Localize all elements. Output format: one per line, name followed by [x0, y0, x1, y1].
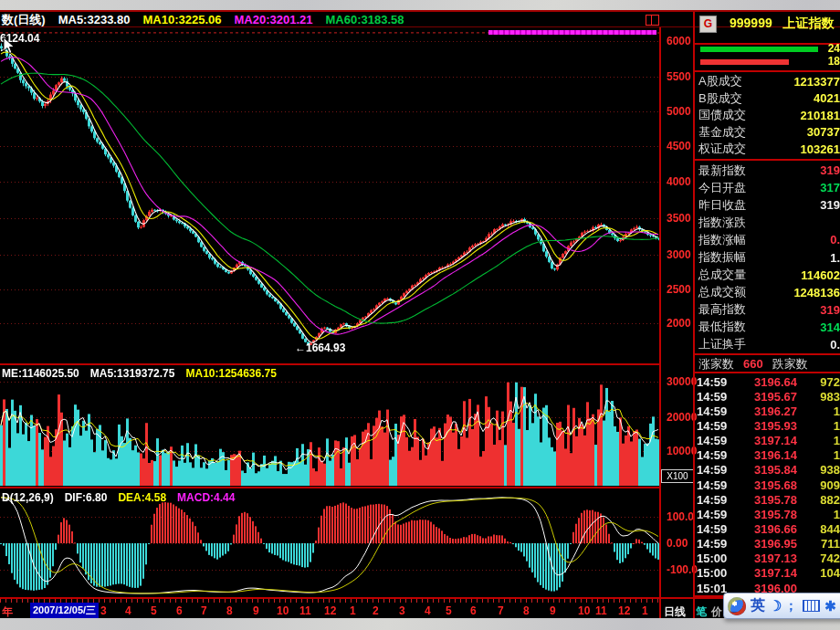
volume-panel-header: ME:1146025.50MA5:1319372.75MA10:1254636.…: [2, 367, 288, 380]
period-button[interactable]: 日线: [664, 604, 686, 618]
ime-fullhalf-moon-icon[interactable]: ☽: [769, 597, 782, 614]
turnover-label: B股成交: [698, 90, 742, 107]
ime-punctuation-button[interactable]: ；: [784, 598, 797, 614]
tick-price: 3195.68: [737, 478, 797, 492]
strength-bar-value: 24: [828, 42, 840, 55]
tick-volume: 938: [797, 463, 840, 477]
quote-label: 指数涨跌: [698, 215, 746, 231]
turnover-label: A股成交: [698, 73, 742, 89]
tick-volume: 1: [797, 434, 840, 447]
low-point-annotation: ←1664.93: [295, 341, 345, 354]
advance-value: 660: [743, 357, 763, 371]
quote-row: 最低指数 314: [698, 319, 840, 336]
tick-list-row: 14:59 3195.67 983: [697, 389, 840, 404]
tick-list-row: 14:59 3195.78 1: [697, 507, 840, 521]
ime-toolbar: 英 ☽ ； ✱: [723, 593, 840, 619]
quote-value: 1248136: [793, 286, 840, 299]
tick-list-row: 14:59 3196.66 844: [697, 521, 840, 536]
tick-price: 3195.78: [737, 493, 797, 507]
tick-volume: 972: [797, 375, 840, 389]
ime-keyboard-icon[interactable]: [803, 600, 820, 612]
turnover-value: 210181: [801, 109, 840, 122]
month-label: 4: [425, 604, 431, 617]
tick-price: 3196.14: [737, 448, 797, 462]
advance-decline-row: 涨家数 660 跌家数: [698, 356, 840, 372]
quote-value: 319: [820, 303, 840, 317]
macd-header-item: MACD:4.44: [177, 491, 235, 504]
tick-volume: 882: [797, 493, 840, 507]
tick-price: 3195.84: [737, 463, 797, 477]
tick-list-row: 14:59 3195.84 938: [697, 463, 840, 478]
month-label: 6: [176, 604, 183, 617]
mini-window-icon[interactable]: [646, 15, 659, 26]
strength-bar: [700, 59, 789, 65]
tick-list-row: 14:59 3196.64 972: [697, 374, 840, 389]
tick-time: 14:59: [697, 537, 737, 551]
month-label: 8: [226, 604, 233, 617]
tick-volume: 711: [797, 537, 840, 551]
ime-settings-gear-icon[interactable]: ✱: [824, 598, 836, 614]
month-label: 5: [151, 604, 157, 617]
tick-volume: 909: [797, 478, 840, 492]
quote-value: 0.: [830, 233, 840, 247]
turnover-row: A股成交 1213377: [698, 73, 840, 90]
tick-list-row: 15:00 3197.13 742: [697, 551, 840, 566]
tick-price: 3197.14: [737, 434, 797, 447]
quote-label: 最新指数: [698, 163, 746, 179]
turnover-row: 国债成交 210181: [698, 107, 840, 124]
ime-language-button[interactable]: 英: [751, 596, 765, 615]
pen-tab-button[interactable]: 笔: [696, 604, 707, 618]
month-label: 8: [523, 604, 530, 617]
tick-volume: 104: [797, 566, 840, 580]
turnover-value: 1213377: [793, 75, 840, 89]
tick-price: 3196.95: [737, 537, 797, 551]
quote-label: 总成交额: [698, 284, 746, 300]
ma-values: MA5:3233.80MA10:3225.06MA20:3201.21MA60:…: [58, 13, 417, 26]
macd-header-item: DIF:6.80: [65, 491, 108, 504]
turnover-row: 基金成交 30737: [698, 124, 840, 142]
chart-plot-area[interactable]: [0, 27, 661, 601]
quote-row: 指数涨幅 0.: [698, 231, 840, 248]
month-label: 1: [642, 604, 648, 617]
quote-label: 今日开盘: [698, 180, 746, 196]
tick-time: 14:59: [697, 390, 737, 404]
month-label: 7: [498, 604, 504, 617]
month-label: 3: [100, 604, 107, 617]
ime-logo-icon[interactable]: [728, 597, 746, 615]
ma-value-label: MA20:3201.21: [234, 13, 312, 26]
quote-row: 总成交额 1248136: [698, 284, 840, 301]
tick-price: 3196.64: [737, 375, 797, 389]
quote-row: 总成交量 114602: [698, 267, 840, 284]
magenta-indicator-band: [488, 30, 656, 35]
partial-tab-label[interactable]: 价: [711, 604, 722, 618]
main-chart-canvas[interactable]: [0, 27, 661, 597]
g-badge-button[interactable]: G: [699, 16, 717, 33]
volume-header-item: MA5:1319372.75: [90, 367, 175, 380]
tick-list-row: 14:59 3196.27 1: [697, 404, 840, 418]
turnover-value: 30737: [807, 125, 840, 139]
current-date-readout: 2007/12/05/三: [30, 603, 99, 618]
tick-time: 14:59: [697, 463, 737, 477]
quote-value: 1.: [830, 251, 840, 265]
tick-list-row: 14:59 3196.95 711: [697, 537, 840, 551]
month-label: 5: [446, 604, 452, 617]
turnover-label: 国债成交: [698, 107, 746, 123]
tick-time: 14:59: [697, 478, 737, 492]
tick-volume: 1: [797, 448, 840, 462]
tick-list-row: 14:59 3195.93 1: [697, 418, 840, 433]
panel-divider: [695, 159, 840, 161]
tick-time: 15:00: [697, 566, 737, 580]
quote-label: 上证换手: [698, 336, 746, 352]
tick-list-row: 14:59 3196.14 1: [697, 448, 840, 463]
month-label: 2: [373, 604, 379, 617]
quote-value: 319: [820, 198, 840, 212]
quote-label: 最高指数: [698, 301, 746, 318]
month-label: 12: [324, 604, 336, 617]
month-label: 10: [578, 604, 590, 617]
quote-value: 317: [820, 181, 840, 194]
turnover-row: B股成交 4021: [698, 90, 840, 108]
month-label: 11: [595, 604, 607, 617]
tick-time: 14:59: [697, 434, 737, 447]
quote-value: 114602: [801, 268, 840, 282]
tick-price: 3195.93: [737, 419, 797, 433]
